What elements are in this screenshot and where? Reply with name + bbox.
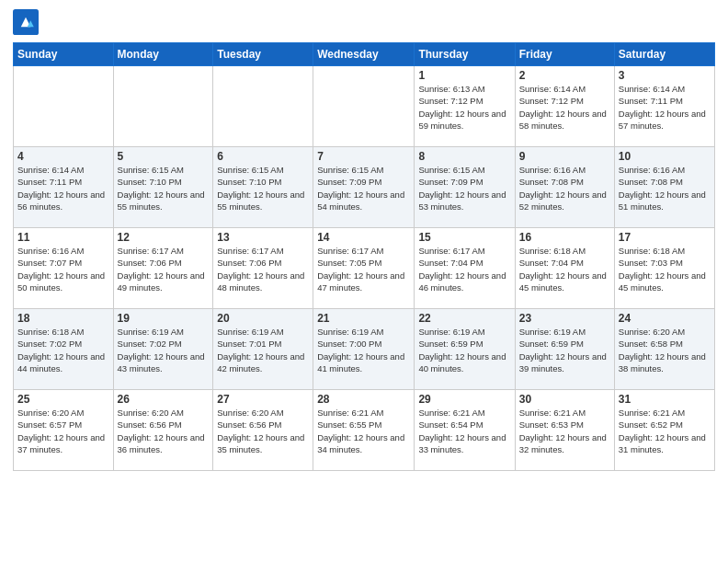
day-info: Sunrise: 6:21 AMSunset: 6:52 PMDaylight:…	[619, 407, 711, 455]
day-info: Sunrise: 6:13 AMSunset: 7:12 PMDaylight:…	[418, 83, 510, 132]
day-number: 20	[217, 312, 309, 325]
day-info: Sunrise: 6:20 AMSunset: 6:56 PMDaylight:…	[217, 407, 309, 455]
calendar-cell: 7Sunrise: 6:15 AMSunset: 7:09 PMDaylight…	[313, 147, 415, 228]
day-info: Sunrise: 6:19 AMSunset: 6:59 PMDaylight:…	[519, 326, 610, 374]
day-info: Sunrise: 6:18 AMSunset: 7:03 PMDaylight:…	[619, 245, 711, 293]
calendar-week-row: 4Sunrise: 6:14 AMSunset: 7:11 PMDaylight…	[14, 147, 715, 228]
calendar-cell: 2Sunrise: 6:14 AMSunset: 7:12 PMDaylight…	[515, 66, 614, 147]
calendar-cell	[313, 66, 415, 147]
calendar-cell: 5Sunrise: 6:15 AMSunset: 7:10 PMDaylight…	[113, 147, 213, 228]
day-info: Sunrise: 6:17 AMSunset: 7:04 PMDaylight:…	[418, 245, 510, 293]
day-number: 24	[619, 312, 711, 325]
day-number: 16	[519, 231, 610, 244]
calendar-cell: 28Sunrise: 6:21 AMSunset: 6:55 PMDayligh…	[313, 390, 415, 471]
day-of-week-header: Saturday	[614, 43, 714, 66]
day-info: Sunrise: 6:15 AMSunset: 7:10 PMDaylight:…	[118, 164, 210, 213]
calendar-cell: 4Sunrise: 6:14 AMSunset: 7:11 PMDaylight…	[14, 147, 114, 228]
calendar-cell: 24Sunrise: 6:20 AMSunset: 6:58 PMDayligh…	[614, 309, 714, 390]
calendar-cell: 25Sunrise: 6:20 AMSunset: 6:57 PMDayligh…	[14, 390, 114, 471]
day-number: 12	[118, 231, 210, 244]
day-number: 5	[118, 150, 210, 163]
calendar-cell: 31Sunrise: 6:21 AMSunset: 6:52 PMDayligh…	[614, 390, 714, 471]
day-info: Sunrise: 6:18 AMSunset: 7:04 PMDaylight:…	[519, 245, 610, 293]
calendar-cell: 22Sunrise: 6:19 AMSunset: 6:59 PMDayligh…	[415, 309, 515, 390]
calendar-table: SundayMondayTuesdayWednesdayThursdayFrid…	[13, 42, 715, 471]
day-number: 22	[418, 312, 510, 325]
day-number: 9	[519, 150, 610, 163]
day-number: 14	[317, 231, 410, 244]
day-of-week-header: Tuesday	[213, 43, 313, 66]
day-number: 6	[217, 150, 309, 163]
calendar-cell: 12Sunrise: 6:17 AMSunset: 7:06 PMDayligh…	[113, 228, 213, 309]
day-info: Sunrise: 6:21 AMSunset: 6:55 PMDaylight:…	[317, 407, 410, 455]
day-number: 27	[217, 393, 309, 406]
day-info: Sunrise: 6:17 AMSunset: 7:06 PMDaylight:…	[217, 245, 309, 293]
calendar-cell: 30Sunrise: 6:21 AMSunset: 6:53 PMDayligh…	[515, 390, 614, 471]
day-number: 7	[317, 150, 410, 163]
calendar-cell: 21Sunrise: 6:19 AMSunset: 7:00 PMDayligh…	[313, 309, 415, 390]
day-info: Sunrise: 6:16 AMSunset: 7:07 PMDaylight:…	[17, 245, 109, 293]
day-number: 26	[118, 393, 210, 406]
day-info: Sunrise: 6:20 AMSunset: 6:58 PMDaylight:…	[619, 326, 711, 374]
day-info: Sunrise: 6:15 AMSunset: 7:09 PMDaylight:…	[317, 164, 410, 213]
day-number: 3	[619, 69, 711, 82]
calendar-cell: 27Sunrise: 6:20 AMSunset: 6:56 PMDayligh…	[213, 390, 313, 471]
calendar-cell: 11Sunrise: 6:16 AMSunset: 7:07 PMDayligh…	[14, 228, 114, 309]
day-info: Sunrise: 6:16 AMSunset: 7:08 PMDaylight:…	[519, 164, 610, 213]
calendar-cell: 15Sunrise: 6:17 AMSunset: 7:04 PMDayligh…	[415, 228, 515, 309]
calendar-week-row: 1Sunrise: 6:13 AMSunset: 7:12 PMDaylight…	[14, 66, 715, 147]
main-container: SundayMondayTuesdayWednesdayThursdayFrid…	[0, 0, 728, 477]
calendar-cell: 18Sunrise: 6:18 AMSunset: 7:02 PMDayligh…	[14, 309, 114, 390]
day-number: 11	[17, 231, 109, 244]
day-info: Sunrise: 6:21 AMSunset: 6:54 PMDaylight:…	[418, 407, 510, 455]
day-of-week-header: Sunday	[14, 43, 114, 66]
logo	[13, 9, 42, 35]
day-number: 30	[519, 393, 610, 406]
day-number: 28	[317, 393, 410, 406]
calendar-cell: 13Sunrise: 6:17 AMSunset: 7:06 PMDayligh…	[213, 228, 313, 309]
calendar-cell: 26Sunrise: 6:20 AMSunset: 6:56 PMDayligh…	[113, 390, 213, 471]
day-info: Sunrise: 6:19 AMSunset: 7:02 PMDaylight:…	[118, 326, 210, 374]
day-info: Sunrise: 6:14 AMSunset: 7:11 PMDaylight:…	[17, 164, 109, 213]
day-number: 1	[418, 69, 510, 82]
calendar-cell: 3Sunrise: 6:14 AMSunset: 7:11 PMDaylight…	[614, 66, 714, 147]
calendar-cell: 10Sunrise: 6:16 AMSunset: 7:08 PMDayligh…	[614, 147, 714, 228]
day-info: Sunrise: 6:17 AMSunset: 7:06 PMDaylight:…	[118, 245, 210, 293]
calendar-cell	[213, 66, 313, 147]
calendar-cell: 29Sunrise: 6:21 AMSunset: 6:54 PMDayligh…	[415, 390, 515, 471]
day-info: Sunrise: 6:14 AMSunset: 7:12 PMDaylight:…	[519, 83, 610, 132]
day-info: Sunrise: 6:18 AMSunset: 7:02 PMDaylight:…	[17, 326, 109, 374]
day-info: Sunrise: 6:14 AMSunset: 7:11 PMDaylight:…	[619, 83, 711, 132]
calendar-cell: 9Sunrise: 6:16 AMSunset: 7:08 PMDaylight…	[515, 147, 614, 228]
logo-icon	[13, 9, 39, 35]
day-info: Sunrise: 6:15 AMSunset: 7:09 PMDaylight:…	[418, 164, 510, 213]
day-number: 4	[17, 150, 109, 163]
day-number: 21	[317, 312, 410, 325]
day-number: 29	[418, 393, 510, 406]
day-info: Sunrise: 6:19 AMSunset: 7:00 PMDaylight:…	[317, 326, 410, 374]
day-info: Sunrise: 6:21 AMSunset: 6:53 PMDaylight:…	[519, 407, 610, 455]
day-of-week-header: Thursday	[415, 43, 515, 66]
calendar-header-row: SundayMondayTuesdayWednesdayThursdayFrid…	[14, 43, 715, 66]
calendar-week-row: 18Sunrise: 6:18 AMSunset: 7:02 PMDayligh…	[14, 309, 715, 390]
calendar-cell: 19Sunrise: 6:19 AMSunset: 7:02 PMDayligh…	[113, 309, 213, 390]
day-of-week-header: Friday	[515, 43, 614, 66]
calendar-cell: 1Sunrise: 6:13 AMSunset: 7:12 PMDaylight…	[415, 66, 515, 147]
day-info: Sunrise: 6:19 AMSunset: 7:01 PMDaylight:…	[217, 326, 309, 374]
page-header	[13, 9, 715, 35]
calendar-week-row: 11Sunrise: 6:16 AMSunset: 7:07 PMDayligh…	[14, 228, 715, 309]
day-info: Sunrise: 6:16 AMSunset: 7:08 PMDaylight:…	[619, 164, 711, 213]
day-info: Sunrise: 6:17 AMSunset: 7:05 PMDaylight:…	[317, 245, 410, 293]
day-number: 23	[519, 312, 610, 325]
calendar-cell	[113, 66, 213, 147]
day-number: 19	[118, 312, 210, 325]
day-number: 10	[619, 150, 711, 163]
day-number: 8	[418, 150, 510, 163]
day-of-week-header: Monday	[113, 43, 213, 66]
day-info: Sunrise: 6:20 AMSunset: 6:56 PMDaylight:…	[118, 407, 210, 455]
day-info: Sunrise: 6:15 AMSunset: 7:10 PMDaylight:…	[217, 164, 309, 213]
calendar-cell: 8Sunrise: 6:15 AMSunset: 7:09 PMDaylight…	[415, 147, 515, 228]
calendar-cell	[14, 66, 114, 147]
calendar-cell: 14Sunrise: 6:17 AMSunset: 7:05 PMDayligh…	[313, 228, 415, 309]
day-number: 2	[519, 69, 610, 82]
